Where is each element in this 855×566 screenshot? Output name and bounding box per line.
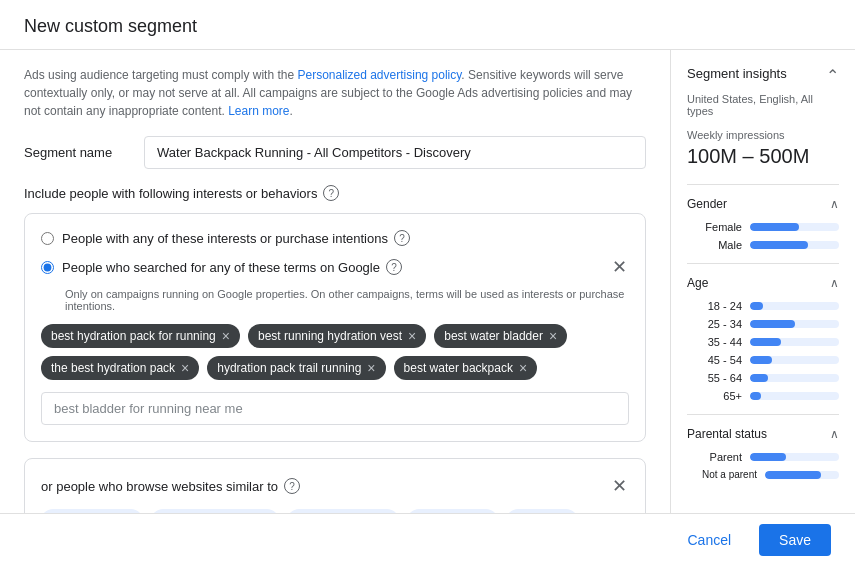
learn-more-link[interactable]: Learn more [228,104,289,118]
age-section-header: Age ∧ [687,276,839,290]
interests-radio[interactable] [41,232,54,245]
modal-body: Ads using audience targeting must comply… [0,50,855,513]
tag-item: the best hydration pack × [41,356,199,380]
not-parent-track [765,471,839,479]
age-18-24-label: 18 - 24 [687,300,742,312]
age-45-54-fill [750,356,772,364]
age-18-24-fill [750,302,763,310]
female-bar-track [750,223,839,231]
not-parent-row: Not a parent [687,469,839,480]
parent-fill [750,453,786,461]
tag-close-icon[interactable]: × [519,360,527,376]
age-18-24-track [750,302,839,310]
age-55-64-label: 55 - 64 [687,372,742,384]
age-35-44-track [750,338,839,346]
insights-header: Segment insights ⌃ [687,66,839,85]
age-55-64-row: 55 - 64 [687,372,839,384]
insights-title: Segment insights [687,66,787,81]
age-18-24-row: 18 - 24 [687,300,839,312]
parental-collapse-icon[interactable]: ∧ [830,427,839,441]
tag-close-icon[interactable]: × [549,328,557,344]
search-terms-help-icon[interactable]: ? [386,259,402,275]
insights-subtitle: United States, English, All types [687,93,839,117]
include-help-icon[interactable]: ? [323,185,339,201]
tag-close-icon[interactable]: × [408,328,416,344]
gender-male-row: Male [687,239,839,251]
keyword-input[interactable] [41,392,629,425]
search-terms-label[interactable]: People who searched for any of these ter… [62,259,402,275]
tags-container: best hydration pack for running × best r… [41,324,629,380]
parent-label: Parent [687,451,742,463]
segment-name-row: Segment name [24,136,646,169]
websites-header: or people who browse websites similar to… [41,475,629,497]
search-terms-note: Only on campaigns running on Google prop… [65,288,629,312]
gender-title: Gender [687,197,727,211]
weekly-impressions-label: Weekly impressions [687,129,839,141]
search-terms-radio[interactable] [41,261,54,274]
age-45-54-track [750,356,839,364]
right-panel: Segment insights ⌃ United States, Englis… [670,50,855,513]
websites-help-icon[interactable]: ? [284,478,300,494]
tag-close-icon[interactable]: × [181,360,189,376]
age-25-34-track [750,320,839,328]
search-terms-radio-row: People who searched for any of these ter… [41,256,629,278]
age-65-plus-fill [750,392,761,400]
parental-title: Parental status [687,427,767,441]
gender-section-header: Gender ∧ [687,197,839,211]
age-35-44-fill [750,338,781,346]
not-parent-label: Not a parent [687,469,757,480]
male-bar-track [750,241,839,249]
male-bar-fill [750,241,808,249]
parental-section-header: Parental status ∧ [687,427,839,441]
not-parent-fill [765,471,821,479]
tag-item: hydration pack trail running × [207,356,385,380]
age-45-54-row: 45 - 54 [687,354,839,366]
age-55-64-fill [750,374,768,382]
tag-close-icon[interactable]: × [367,360,375,376]
age-25-34-row: 25 - 34 [687,318,839,330]
parent-track [750,453,839,461]
save-button[interactable]: Save [759,524,831,556]
gender-collapse-icon[interactable]: ∧ [830,197,839,211]
age-35-44-label: 35 - 44 [687,336,742,348]
age-25-34-label: 25 - 34 [687,318,742,330]
targeting-section: People with any of these interests or pu… [24,213,646,442]
age-title: Age [687,276,708,290]
websites-close-button[interactable]: ✕ [610,475,629,497]
personalized-ads-link[interactable]: Personalized advertising policy [297,68,461,82]
websites-label: or people who browse websites similar to… [41,478,300,494]
parent-row: Parent [687,451,839,463]
modal-footer: Cancel Save [0,513,855,566]
cancel-button[interactable]: Cancel [671,524,747,556]
segment-name-input[interactable] [144,136,646,169]
gender-female-row: Female [687,221,839,233]
targeting-close-button[interactable]: ✕ [610,256,629,278]
age-65-plus-track [750,392,839,400]
insights-collapse-button[interactable]: ⌃ [826,66,839,85]
age-65-plus-label: 65+ [687,390,742,402]
main-panel: Ads using audience targeting must comply… [0,50,670,513]
age-45-54-label: 45 - 54 [687,354,742,366]
age-65-plus-row: 65+ [687,390,839,402]
age-55-64-track [750,374,839,382]
interests-label[interactable]: People with any of these interests or pu… [62,230,410,246]
tag-item: best running hydration vest × [248,324,426,348]
female-label: Female [687,221,742,233]
weekly-impressions-value: 100M – 500M [687,145,839,168]
age-collapse-icon[interactable]: ∧ [830,276,839,290]
interests-help-icon[interactable]: ? [394,230,410,246]
tag-item: best water bladder × [434,324,567,348]
age-25-34-fill [750,320,795,328]
age-35-44-row: 35 - 44 [687,336,839,348]
websites-section: or people who browse websites similar to… [24,458,646,513]
male-label: Male [687,239,742,251]
modal-header: New custom segment [0,0,855,50]
segment-name-label: Segment name [24,145,144,160]
tag-item: best hydration pack for running × [41,324,240,348]
interests-radio-row: People with any of these interests or pu… [41,230,629,246]
female-bar-fill [750,223,799,231]
tag-close-icon[interactable]: × [222,328,230,344]
tag-item: best water backpack × [394,356,538,380]
include-label: Include people with following interests … [24,185,646,201]
modal-title: New custom segment [24,16,831,37]
